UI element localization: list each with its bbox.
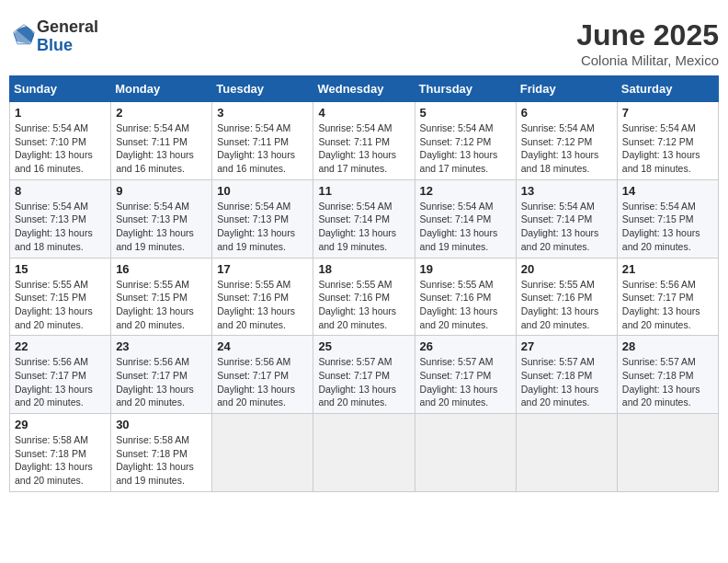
day-number: 7 — [622, 106, 713, 120]
day-number: 30 — [116, 418, 207, 431]
day-info: Sunrise: 5:54 AM Sunset: 7:11 PM Dayligh… — [217, 121, 308, 176]
day-info: Sunrise: 5:56 AM Sunset: 7:17 PM Dayligh… — [622, 278, 713, 332]
table-row: 8 Sunrise: 5:54 AM Sunset: 7:13 PM Dayli… — [10, 179, 111, 258]
day-number: 20 — [521, 262, 612, 276]
table-row: 29 Sunrise: 5:58 AM Sunset: 7:18 PM Dayl… — [10, 414, 111, 492]
table-row: 11 Sunrise: 5:54 AM Sunset: 7:14 PM Dayl… — [313, 179, 415, 258]
day-info: Sunrise: 5:54 AM Sunset: 7:11 PM Dayligh… — [318, 121, 409, 176]
table-row: 19 Sunrise: 5:55 AM Sunset: 7:16 PM Dayl… — [415, 258, 516, 336]
header-tuesday: Tuesday — [212, 76, 313, 102]
day-info: Sunrise: 5:54 AM Sunset: 7:13 PM Dayligh… — [116, 200, 207, 254]
day-number: 13 — [521, 184, 612, 198]
day-info: Sunrise: 5:57 AM Sunset: 7:18 PM Dayligh… — [521, 355, 612, 409]
table-row: 7 Sunrise: 5:54 AM Sunset: 7:12 PM Dayli… — [617, 102, 718, 180]
page: General Blue June 2025 Colonia Militar, … — [9, 9, 719, 492]
header-sunday: Sunday — [10, 76, 111, 102]
table-row: 27 Sunrise: 5:57 AM Sunset: 7:18 PM Dayl… — [516, 336, 617, 414]
table-row: 1 Sunrise: 5:54 AM Sunset: 7:10 PM Dayli… — [10, 102, 111, 180]
calendar-table: Sunday Monday Tuesday Wednesday Thursday… — [9, 75, 719, 492]
day-info: Sunrise: 5:55 AM Sunset: 7:15 PM Dayligh… — [116, 278, 207, 332]
calendar-subtitle: Colonia Militar, Mexico — [576, 52, 719, 68]
day-info: Sunrise: 5:55 AM Sunset: 7:16 PM Dayligh… — [217, 278, 308, 332]
day-info: Sunrise: 5:55 AM Sunset: 7:15 PM Dayligh… — [15, 278, 106, 332]
day-info: Sunrise: 5:55 AM Sunset: 7:16 PM Dayligh… — [521, 278, 612, 332]
day-info: Sunrise: 5:54 AM Sunset: 7:13 PM Dayligh… — [15, 200, 106, 254]
calendar-week-row: 15 Sunrise: 5:55 AM Sunset: 7:15 PM Dayl… — [10, 258, 719, 336]
day-number: 15 — [15, 262, 106, 276]
day-number: 26 — [420, 339, 511, 353]
table-row: 16 Sunrise: 5:55 AM Sunset: 7:15 PM Dayl… — [111, 258, 212, 336]
table-row: 12 Sunrise: 5:54 AM Sunset: 7:14 PM Dayl… — [415, 179, 516, 258]
header-friday: Friday — [516, 76, 617, 102]
title-block: June 2025 Colonia Militar, Mexico — [576, 18, 719, 68]
logo-blue: Blue — [37, 37, 98, 55]
day-number: 16 — [116, 262, 207, 276]
table-row: 6 Sunrise: 5:54 AM Sunset: 7:12 PM Dayli… — [516, 102, 617, 180]
logo-text: General Blue — [37, 18, 98, 55]
calendar-week-row: 22 Sunrise: 5:56 AM Sunset: 7:17 PM Dayl… — [10, 336, 719, 414]
day-info: Sunrise: 5:54 AM Sunset: 7:10 PM Dayligh… — [15, 121, 106, 176]
day-number: 12 — [420, 184, 511, 198]
day-info: Sunrise: 5:54 AM Sunset: 7:14 PM Dayligh… — [521, 200, 612, 254]
day-number: 27 — [521, 339, 612, 353]
day-number: 5 — [420, 106, 511, 120]
table-row: 22 Sunrise: 5:56 AM Sunset: 7:17 PM Dayl… — [10, 336, 111, 414]
table-row — [212, 414, 313, 492]
day-info: Sunrise: 5:56 AM Sunset: 7:17 PM Dayligh… — [15, 355, 106, 409]
day-info: Sunrise: 5:55 AM Sunset: 7:16 PM Dayligh… — [420, 278, 511, 332]
day-info: Sunrise: 5:56 AM Sunset: 7:17 PM Dayligh… — [116, 355, 207, 409]
day-info: Sunrise: 5:54 AM Sunset: 7:12 PM Dayligh… — [622, 121, 713, 176]
header-monday: Monday — [111, 76, 212, 102]
table-row: 25 Sunrise: 5:57 AM Sunset: 7:17 PM Dayl… — [313, 336, 415, 414]
table-row: 18 Sunrise: 5:55 AM Sunset: 7:16 PM Dayl… — [313, 258, 415, 336]
day-info: Sunrise: 5:54 AM Sunset: 7:15 PM Dayligh… — [622, 200, 713, 254]
day-number: 17 — [217, 262, 308, 276]
table-row: 10 Sunrise: 5:54 AM Sunset: 7:13 PM Dayl… — [212, 179, 313, 258]
day-info: Sunrise: 5:57 AM Sunset: 7:18 PM Dayligh… — [622, 355, 713, 409]
table-row: 20 Sunrise: 5:55 AM Sunset: 7:16 PM Dayl… — [516, 258, 617, 336]
table-row: 30 Sunrise: 5:58 AM Sunset: 7:18 PM Dayl… — [111, 414, 212, 492]
table-row — [313, 414, 415, 492]
table-row: 21 Sunrise: 5:56 AM Sunset: 7:17 PM Dayl… — [617, 258, 718, 336]
day-number: 10 — [217, 184, 308, 198]
day-info: Sunrise: 5:54 AM Sunset: 7:14 PM Dayligh… — [420, 200, 511, 254]
header-saturday: Saturday — [617, 76, 718, 102]
day-number: 11 — [318, 184, 409, 198]
calendar-title: June 2025 — [576, 18, 719, 52]
table-row: 14 Sunrise: 5:54 AM Sunset: 7:15 PM Dayl… — [617, 179, 718, 258]
table-row: 3 Sunrise: 5:54 AM Sunset: 7:11 PM Dayli… — [212, 102, 313, 180]
table-row: 4 Sunrise: 5:54 AM Sunset: 7:11 PM Dayli… — [313, 102, 415, 180]
day-info: Sunrise: 5:54 AM Sunset: 7:12 PM Dayligh… — [521, 121, 612, 176]
table-row: 24 Sunrise: 5:56 AM Sunset: 7:17 PM Dayl… — [212, 336, 313, 414]
table-row — [617, 414, 718, 492]
day-info: Sunrise: 5:57 AM Sunset: 7:17 PM Dayligh… — [420, 355, 511, 409]
day-info: Sunrise: 5:54 AM Sunset: 7:14 PM Dayligh… — [318, 200, 409, 254]
table-row — [415, 414, 516, 492]
day-number: 25 — [318, 339, 409, 353]
table-row: 2 Sunrise: 5:54 AM Sunset: 7:11 PM Dayli… — [111, 102, 212, 180]
day-info: Sunrise: 5:56 AM Sunset: 7:17 PM Dayligh… — [217, 355, 308, 409]
table-row: 28 Sunrise: 5:57 AM Sunset: 7:18 PM Dayl… — [617, 336, 718, 414]
table-row: 5 Sunrise: 5:54 AM Sunset: 7:12 PM Dayli… — [415, 102, 516, 180]
day-info: Sunrise: 5:54 AM Sunset: 7:11 PM Dayligh… — [116, 121, 207, 176]
day-number: 19 — [420, 262, 511, 276]
day-number: 2 — [116, 106, 207, 120]
header: General Blue June 2025 Colonia Militar, … — [9, 9, 719, 75]
day-number: 9 — [116, 184, 207, 198]
logo: General Blue — [9, 18, 98, 55]
table-row: 26 Sunrise: 5:57 AM Sunset: 7:17 PM Dayl… — [415, 336, 516, 414]
day-info: Sunrise: 5:55 AM Sunset: 7:16 PM Dayligh… — [318, 278, 409, 332]
calendar-week-row: 29 Sunrise: 5:58 AM Sunset: 7:18 PM Dayl… — [10, 414, 719, 492]
calendar-week-row: 1 Sunrise: 5:54 AM Sunset: 7:10 PM Dayli… — [10, 102, 719, 180]
header-wednesday: Wednesday — [313, 76, 415, 102]
table-row: 17 Sunrise: 5:55 AM Sunset: 7:16 PM Dayl… — [212, 258, 313, 336]
day-number: 4 — [318, 106, 409, 120]
day-info: Sunrise: 5:58 AM Sunset: 7:18 PM Dayligh… — [116, 433, 207, 488]
day-info: Sunrise: 5:57 AM Sunset: 7:17 PM Dayligh… — [318, 355, 409, 409]
day-number: 23 — [116, 339, 207, 353]
day-number: 22 — [15, 339, 106, 353]
day-number: 1 — [15, 106, 106, 120]
day-number: 14 — [622, 184, 713, 198]
calendar-header-row: Sunday Monday Tuesday Wednesday Thursday… — [10, 76, 719, 102]
table-row: 13 Sunrise: 5:54 AM Sunset: 7:14 PM Dayl… — [516, 179, 617, 258]
